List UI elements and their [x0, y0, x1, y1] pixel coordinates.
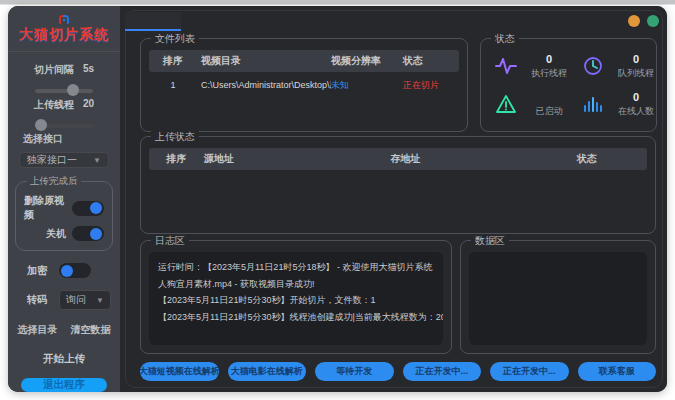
window-minimize-button[interactable]	[628, 15, 640, 27]
status-label: 队列线程	[618, 67, 654, 80]
bottom-button-row: 大猫短视频在线解析 大猫电影在线解析 等待开发 正在开发中... 正在开发中..…	[140, 362, 656, 382]
pending-dev-button[interactable]: 等待开发	[315, 362, 394, 381]
app-window: 大猫切片系统 切片间隔 5s 上传线程 20 选择接口 独家接口一 ▼ 上传完成…	[8, 6, 667, 392]
toggle-knob	[61, 265, 73, 277]
chevron-down-icon: ▼	[96, 296, 104, 305]
file-list-header: 排序 视频目录 视频分辨率 状态	[149, 50, 459, 72]
app-logo-icon	[34, 14, 94, 24]
status-label: 在线人数	[618, 105, 654, 118]
status-item: 已启动	[485, 85, 572, 123]
pulse-icon	[495, 55, 517, 77]
log-output[interactable]: 运行时间：【2023年5月11日21时5分18秒】 - 欢迎使用大猫切片系统 人…	[149, 252, 443, 345]
upload-status-legend: 上传状态	[151, 130, 199, 144]
sidebar: 大猫切片系统 切片间隔 5s 上传线程 20 选择接口 独家接口一 ▼ 上传完成…	[8, 6, 120, 392]
api-dropdown[interactable]: 独家接口一 ▼	[19, 152, 109, 168]
toggle-knob	[90, 228, 102, 240]
toggle-knob	[90, 202, 102, 214]
bars-icon	[582, 93, 604, 115]
file-list-panel: 文件列表 排序 视频目录 视频分辨率 状态 1 C:\Users\Adminis…	[140, 38, 468, 132]
status-value: 0	[633, 53, 639, 66]
delete-source-label: 删除原视频	[24, 194, 66, 222]
status-panel: 状态 0 执行线程 0	[480, 38, 657, 132]
transcode-label: 转码	[27, 293, 47, 307]
warning-icon	[495, 93, 517, 115]
slice-interval-slider[interactable]	[35, 84, 93, 87]
status-value: 0	[546, 53, 552, 66]
api-dropdown-value: 独家接口一	[27, 153, 77, 167]
select-directory-button[interactable]: 选择目录	[18, 323, 58, 337]
contact-support-button[interactable]: 联系客服	[578, 362, 657, 381]
status-label: 执行线程	[531, 67, 567, 80]
status-item: 0 在线人数	[572, 85, 659, 123]
encrypt-label: 加密	[27, 264, 47, 278]
status-item: 0 执行线程	[485, 47, 572, 85]
table-row[interactable]: 1 C:\Users\Administrator\Desktop\新建文件 未知…	[149, 72, 459, 98]
select-api-label: 选择接口	[23, 132, 63, 146]
upload-status-header: 排序 源地址 存地址 状态	[149, 148, 647, 170]
file-list-legend: 文件列表	[151, 32, 199, 46]
log-line: 【2023年5月11日21时5分30秒】开始切片，文件数：1	[158, 292, 434, 309]
log-line: 人狗宜月素材.mp4 - 获取视频目录成功!	[158, 276, 434, 293]
header-status: 状态	[403, 54, 459, 68]
app-title: 大猫切片系统	[19, 26, 109, 44]
shutdown-label: 关机	[46, 227, 66, 241]
header-index: 排序	[149, 54, 197, 68]
active-tab[interactable]	[125, 12, 181, 29]
window-close-button[interactable]	[647, 15, 659, 27]
slider-track	[35, 89, 93, 93]
header-status: 状态	[577, 152, 647, 166]
upload-threads-slider[interactable]	[35, 119, 93, 122]
slider-knob[interactable]	[67, 84, 79, 96]
header-path: 视频目录	[197, 54, 331, 68]
data-output[interactable]	[469, 252, 647, 345]
cell-path: C:\Users\Administrator\Desktop\新建文件	[197, 79, 331, 92]
active-tab-indicator	[125, 29, 181, 31]
after-upload-group: 上传完成后 删除原视频 关机	[15, 181, 113, 251]
log-line: 【2023年5月11日21时5分30秒】线程池创建成功|当前最大线程数为：20	[158, 309, 434, 326]
cell-index: 1	[149, 80, 197, 90]
slider-knob[interactable]	[35, 119, 47, 131]
data-panel: 数据区	[460, 240, 656, 354]
transcode-value: 询问	[66, 293, 86, 307]
header-source: 源地址	[204, 152, 391, 166]
in-dev-button-2[interactable]: 正在开发中...	[490, 362, 569, 381]
after-upload-group-label: 上传完成后	[27, 175, 81, 188]
divider	[8, 51, 120, 52]
movie-parse-button[interactable]: 大猫电影在线解析	[228, 362, 307, 381]
start-upload-button[interactable]: 开始上传	[43, 352, 85, 366]
upload-threads-label: 上传线程	[34, 98, 74, 112]
status-legend: 状态	[491, 32, 519, 46]
upload-status-table: 排序 源地址 存地址 状态	[149, 148, 647, 170]
chevron-down-icon: ▼	[93, 156, 101, 165]
delete-source-toggle[interactable]	[72, 201, 104, 216]
transcode-dropdown[interactable]: 询问 ▼	[59, 290, 111, 310]
log-line: 运行时间：【2023年5月11日21时5分18秒】 - 欢迎使用大猫切片系统	[158, 259, 434, 276]
header-index: 排序	[149, 152, 204, 166]
cell-resolution: 未知	[331, 79, 403, 92]
encrypt-toggle[interactable]	[59, 263, 91, 278]
file-list-table: 排序 视频目录 视频分辨率 状态 1 C:\Users\Administrato…	[149, 50, 459, 98]
short-video-parse-button[interactable]: 大猫短视频在线解析	[140, 362, 219, 381]
slice-interval-label: 切片间隔	[34, 63, 74, 77]
cell-status: 正在切片	[403, 79, 459, 92]
main-area: 文件列表 排序 视频目录 视频分辨率 状态 1 C:\Users\Adminis…	[120, 6, 667, 392]
in-dev-button-1[interactable]: 正在开发中...	[403, 362, 482, 381]
header-resolution: 视频分辨率	[331, 54, 403, 68]
shutdown-toggle[interactable]	[72, 226, 104, 241]
data-legend: 数据区	[471, 234, 509, 248]
clock-icon	[582, 55, 604, 77]
exit-program-button[interactable]: 退出程序	[21, 378, 107, 392]
clear-data-button[interactable]: 清空数据	[71, 323, 111, 337]
status-item: 0 队列线程	[572, 47, 659, 85]
upload-threads-value: 20	[83, 98, 94, 112]
log-panel: 日志区 运行时间：【2023年5月11日21时5分18秒】 - 欢迎使用大猫切片…	[140, 240, 452, 354]
header-destination: 存地址	[391, 152, 578, 166]
slice-interval-value: 5s	[83, 63, 94, 77]
status-value: 0	[633, 91, 639, 104]
log-legend: 日志区	[151, 234, 189, 248]
upload-status-panel: 上传状态 排序 源地址 存地址 状态	[140, 136, 656, 234]
status-label: 已启动	[536, 105, 563, 118]
